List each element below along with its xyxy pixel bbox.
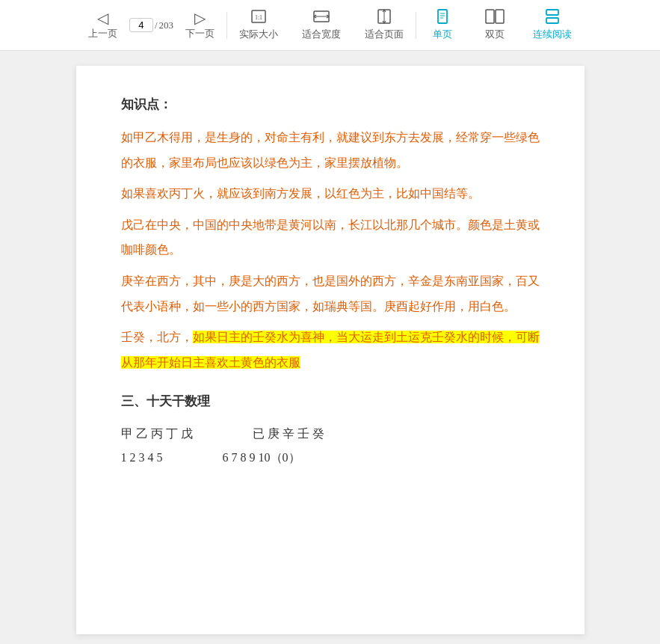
page-input-group: / 203 — [129, 18, 173, 32]
prev-icon: ◁ — [97, 10, 108, 25]
next-page-button[interactable]: ▷ 下一页 — [173, 7, 226, 43]
next-label: 下一页 — [185, 27, 215, 40]
paragraph-2: 如果喜欢丙丁火，就应该到南方发展，以红色为主，比如中国结等。 — [121, 181, 540, 206]
fit-page-button[interactable]: 适合页面 — [353, 6, 416, 44]
actual-size-button[interactable]: 1:1 实际大小 — [227, 6, 290, 44]
svg-rect-13 — [546, 18, 558, 23]
svg-text:1:1: 1:1 — [255, 14, 262, 21]
continuous-icon — [544, 9, 561, 26]
double-page-button[interactable]: 双页 — [469, 6, 521, 44]
next-icon: ▷ — [194, 10, 206, 25]
highlight-prefix: 壬癸，北方， — [121, 331, 193, 343]
table-header-row: 甲 乙 丙 丁 戊 已 庚 辛 壬 癸 — [121, 422, 540, 446]
prev-page-button[interactable]: ◁ 上一页 — [76, 7, 129, 43]
total-pages: 203 — [159, 19, 174, 31]
fit-page-icon — [376, 9, 392, 26]
svg-rect-6 — [438, 10, 447, 23]
continuous-reading-button[interactable]: 连续阅读 — [521, 6, 584, 44]
svg-rect-12 — [546, 10, 558, 15]
paragraph-3: 戊己在中央，中国的中央地带是黄河以南，长江以北那几个城市。颜色是土黄或咖啡颜色。 — [121, 212, 540, 263]
table-headers-right: 已 庚 辛 壬 癸 — [253, 422, 324, 446]
single-page-icon — [434, 9, 451, 26]
page-separator: / — [155, 19, 158, 31]
prev-label: 上一页 — [88, 27, 117, 40]
paragraph-1: 如甲乙木得用，是生身的，对命主有利，就建议到东方去发展，经常穿一些绿色的衣服，家… — [121, 125, 540, 175]
fit-width-button[interactable]: 适合宽度 — [290, 6, 353, 44]
paragraph-highlighted: 壬癸，北方，如果日主的壬癸水为喜神，当大运走到土运克壬癸水的时候，可断从那年开始… — [121, 325, 540, 375]
continuous-label: 连续阅读 — [533, 28, 572, 41]
fit-width-icon — [313, 9, 330, 26]
double-page-label: 双页 — [485, 28, 505, 41]
knowledge-title: 知识点： — [121, 96, 540, 113]
table-values-row: 1 2 3 4 5 6 7 8 9 10（0） — [121, 446, 540, 470]
table-values-right: 6 7 8 9 10（0） — [223, 446, 300, 470]
section-title: 三、十天干数理 — [121, 393, 540, 410]
content-area: 知识点： 如甲乙木得用，是生身的，对命主有利，就建议到东方去发展，经常穿一些绿色… — [76, 66, 585, 634]
actual-size-label: 实际大小 — [239, 28, 278, 41]
table-headers-left: 甲 乙 丙 丁 戊 — [121, 422, 193, 446]
svg-rect-10 — [486, 10, 494, 23]
fit-width-label: 适合宽度 — [302, 28, 341, 41]
table-values-left: 1 2 3 4 5 — [121, 446, 163, 470]
actual-size-icon: 1:1 — [250, 9, 267, 26]
single-page-button[interactable]: 单页 — [416, 6, 469, 44]
fit-page-label: 适合页面 — [365, 28, 404, 41]
toolbar: ◁ 上一页 / 203 ▷ 下一页 1:1 实际大小 — [0, 0, 660, 51]
svg-rect-11 — [496, 10, 504, 23]
paragraph-4: 庚辛在西方，其中，庚是大的西方，也是国外的西方，辛金是东南亚国家，百又代表小语种… — [121, 269, 540, 319]
page-number-input[interactable] — [129, 18, 153, 32]
double-page-icon — [485, 9, 505, 26]
single-page-label: 单页 — [433, 28, 452, 41]
